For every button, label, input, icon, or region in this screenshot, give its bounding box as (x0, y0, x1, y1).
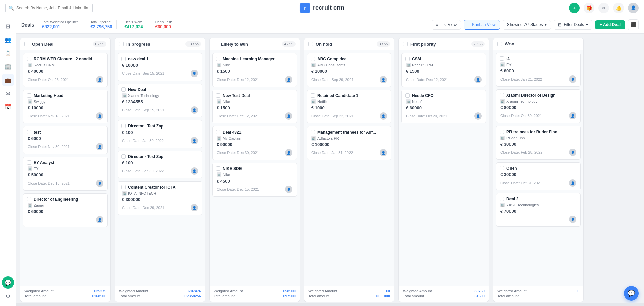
card-checkbox[interactable] (121, 57, 126, 61)
deal-card[interactable]: ABC Comp deal 🏢 ABC Consultants € 10000 … (307, 53, 391, 87)
col-footer-weighted: Weighted Amount € (497, 289, 579, 293)
card-checkbox[interactable] (121, 124, 126, 128)
card-checkbox[interactable] (311, 93, 315, 98)
weighted-value: €58500 (283, 289, 296, 293)
filter-button[interactable]: ⊟ Filter Deals ▾ (554, 20, 592, 30)
sidebar-item-dashboard[interactable]: ⊞ (2, 20, 14, 32)
deal-card[interactable]: Director - Test Zap € 100 Close Date: Ja… (118, 151, 202, 178)
kanban-col-likely-to-win: Likely to Win 4 / 55 Machine Learning Ma… (209, 38, 300, 302)
card-checkbox[interactable] (216, 57, 220, 61)
card-checkbox[interactable] (311, 57, 315, 61)
deal-card[interactable]: New Test Deal 🏢 Nike € 1500 Close Date: … (212, 90, 297, 123)
add-button[interactable]: + (569, 3, 580, 13)
deal-card[interactable]: new deal 1 € 10000 Close Date: Sep 15, 2… (118, 53, 202, 81)
card-checkbox[interactable] (500, 197, 504, 201)
card-checkbox[interactable] (405, 57, 410, 61)
card-avatar: 👤 (569, 179, 576, 187)
weighted-value: €30750 (472, 289, 485, 293)
card-title: Director - Test Zap (128, 154, 198, 159)
card-avatar: 👤 (285, 149, 292, 156)
deal-card[interactable]: t1 🏢 EY € 8000 Close Date: Jan 21, 2022 … (496, 53, 581, 87)
deal-card[interactable]: CSM 🏢 Recruit CRM € 1500 Close Date: Dec… (401, 53, 486, 87)
card-checkbox[interactable] (27, 197, 31, 201)
company-name: Nike (223, 173, 230, 177)
total-value: €2358256 (184, 294, 201, 298)
sidebar-item-deals[interactable]: 💼 (2, 74, 14, 86)
weighted-label: Weighted Amount (497, 289, 527, 293)
card-checkbox[interactable] (216, 93, 220, 98)
card-footer: Close Date: Dec 30, 2021 👤 (217, 149, 292, 156)
card-title: Director - Test Zap (128, 124, 198, 129)
card-checkbox[interactable] (27, 57, 31, 61)
deal-card[interactable]: Deal 4321 🏢 My Captain € 90000 Close Dat… (212, 126, 297, 160)
chat-widget[interactable]: 💬 (624, 286, 639, 301)
card-checkbox[interactable] (27, 160, 31, 165)
col-checkbox-on-hold[interactable] (308, 42, 313, 46)
card-checkbox[interactable] (121, 87, 126, 92)
deal-card[interactable]: Nestle CFO 🏢 Nestlé € 60000 Close Date: … (401, 90, 486, 123)
stages-button[interactable]: Showing 7/7 Stages ▾ (503, 20, 551, 30)
deal-card[interactable]: NIKE SDE 🏢 Nike € 4500 Close Date: Dec 1… (212, 163, 297, 197)
sidebar-item-emails[interactable]: ✉ (2, 87, 14, 99)
deal-card[interactable]: RCRM WEB Closure - 2 candid... 🏢 Recruit… (23, 53, 108, 87)
deal-card[interactable]: test € 6000 Close Date: Nov 30, 2021 👤 (23, 126, 108, 154)
email-button[interactable]: ✉ (598, 3, 609, 13)
add-deal-button[interactable]: + Add Deal (595, 20, 625, 29)
horizontal-scrollbar[interactable] (16, 303, 644, 306)
card-footer: Close Date: Oct 31, 2021 👤 (500, 179, 576, 187)
deal-card[interactable]: PR trainees for Ruder Finn 🏢 Ruder Finn … (496, 126, 581, 160)
sidebar-item-jobs[interactable]: 📋 (2, 47, 14, 59)
col-checkbox-likely-to-win[interactable] (214, 42, 218, 46)
user-avatar[interactable]: 👤 (628, 3, 639, 13)
col-checkbox-in-progress[interactable] (119, 42, 124, 46)
search-input[interactable] (5, 3, 93, 13)
deal-card[interactable]: Xiaomi Director of Design 🏢 Xiaomi Techn… (496, 89, 581, 123)
card-footer: Close Date: Sep 15, 2021 👤 (122, 106, 198, 114)
card-checkbox[interactable] (500, 93, 504, 97)
card-checkbox[interactable] (27, 93, 31, 98)
deal-card[interactable]: Director - Test Zap € 100 Close Date: Ja… (118, 120, 202, 148)
deal-card[interactable]: Director of Engineering 🏢 Zapier € 60000… (23, 193, 108, 227)
card-checkbox[interactable] (311, 130, 315, 134)
metric-label-1: Total Pipeline: (90, 20, 112, 24)
card-checkbox[interactable] (216, 130, 220, 134)
deal-card[interactable]: Retained Candidate 1 🏢 Netflix € 1000 Cl… (307, 90, 391, 123)
col-checkbox-open-deal[interactable] (24, 42, 29, 46)
sidebar-item-contacts[interactable]: 👥 (2, 34, 14, 46)
deal-card[interactable]: Content Creator for IOTA 🏢 IOTA INFOTECH… (118, 181, 202, 215)
card-checkbox[interactable] (500, 56, 504, 61)
sidebar-item-settings[interactable]: ⚙ (2, 290, 14, 302)
deal-card[interactable]: EY Analyst 🏢 EY € 50000 Close Date: Dec … (23, 157, 108, 191)
deal-card[interactable]: Deal 2 🏢 YASH Technologies € 70000 👤 (496, 193, 581, 227)
sidebar-item-calendar[interactable]: 📅 (2, 101, 14, 113)
weighted-value: €0 (386, 289, 390, 293)
col-checkbox-first-priority[interactable] (403, 42, 408, 46)
card-checkbox[interactable] (216, 166, 220, 171)
sidebar-item-companies[interactable]: 🏢 (2, 60, 14, 72)
card-checkbox[interactable] (121, 154, 126, 159)
filter-icon: ⊟ (558, 22, 561, 27)
card-avatar: 👤 (96, 180, 103, 187)
card-checkbox[interactable] (121, 185, 126, 189)
more-options-button[interactable]: ⬛ (628, 19, 639, 30)
card-avatar: 👤 (191, 137, 198, 144)
bell-button[interactable]: 🔔 (613, 3, 624, 13)
card-title: EY Analyst (34, 160, 103, 165)
company-name: EY (34, 167, 39, 171)
card-checkbox[interactable] (500, 130, 504, 134)
deal-card[interactable]: Marketing Head 🏢 Swiggy € 10000 Close Da… (23, 90, 108, 123)
deal-card[interactable]: New Deal 🏢 Xiaomi Technology € 1234555 C… (118, 84, 202, 117)
kanban-view-button[interactable]: ⫶ Kanban View (464, 20, 500, 30)
weighted-label: Weighted Amount (403, 289, 432, 293)
gift-button[interactable]: 🎁 (584, 3, 594, 13)
deal-card[interactable]: Management trainees for Adf... 🏢 Adfacto… (307, 126, 391, 160)
close-date: Close Date: Feb 28, 2022 (500, 150, 542, 154)
col-checkbox-won[interactable] (497, 42, 502, 46)
card-checkbox[interactable] (27, 130, 31, 134)
card-checkbox[interactable] (405, 93, 410, 98)
card-checkbox[interactable] (500, 166, 504, 170)
sidebar-item-chat[interactable]: 💬 (2, 276, 14, 289)
deal-card[interactable]: Onen € 30000 Close Date: Oct 31, 2021 👤 (496, 162, 581, 190)
deal-card[interactable]: Machine Learning Manager 🏢 Nike € 1500 C… (212, 53, 297, 87)
list-view-button[interactable]: ≡ List View (432, 20, 461, 30)
